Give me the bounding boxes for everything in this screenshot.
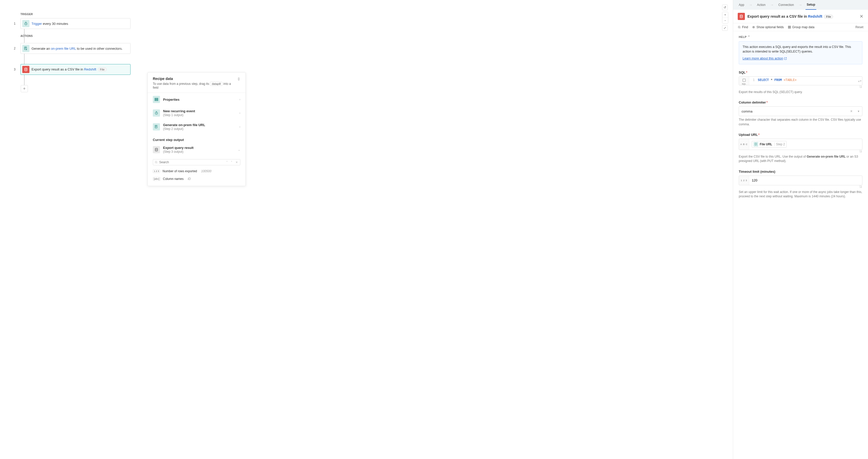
svg-rect-1 (25, 47, 27, 50)
timeout-value[interactable] (752, 178, 860, 182)
chevron-right-icon: → (796, 3, 804, 7)
clear-icon[interactable]: ✕ (848, 107, 855, 116)
clock-icon (153, 109, 160, 117)
step-text: Generate an on-prem file URL to be used … (31, 47, 127, 51)
tab-app[interactable]: App (738, 0, 745, 10)
field-timeout: Timeout limit (minutes) 1 2 3 Set an upp… (739, 170, 862, 199)
field-upload-url: Upload URL* A B C File URL Step 2 (739, 133, 862, 164)
tab-connection[interactable]: Connection (777, 0, 795, 10)
file-badge: File (824, 15, 833, 19)
sql-code[interactable]: SELECT * FROM <TABLE> (754, 77, 858, 85)
number-mode-icon[interactable]: 1 2 3 (739, 176, 749, 185)
search-datapills[interactable]: ˄ ˅ ✕ (153, 159, 240, 165)
reorder-handle-icon[interactable]: ▴▾ (858, 77, 862, 85)
canvas[interactable]: ↺ + − ⤢ TRIGGER 1 Trigger every 30 minut… (0, 0, 733, 459)
resize-handle-icon[interactable] (859, 185, 862, 188)
svg-point-11 (738, 26, 740, 28)
svg-point-12 (753, 27, 754, 28)
sql-input[interactable]: SQL 1 SELECT * FROM <TABLE> ▴▾ (739, 76, 862, 85)
tab-action[interactable]: Action (756, 0, 766, 10)
delimiter-select[interactable]: comma ✕ ▾ (739, 106, 862, 116)
chevron-down-icon: ⌄ (238, 148, 240, 151)
step-text: Export query result as a CSV file in Red… (31, 67, 127, 71)
chevron-up-icon: ˄ (748, 35, 750, 39)
collapse-icon[interactable]: ⇳ (237, 77, 240, 82)
help-toggle[interactable]: HELP ˄ (739, 35, 750, 39)
add-step-button[interactable]: + (21, 85, 28, 92)
chevron-down-icon[interactable]: ▾ (855, 107, 862, 116)
svg-rect-18 (755, 143, 756, 145)
find-button[interactable]: Find (738, 25, 748, 29)
datapill-rows-exported[interactable]: 1 2 3 Number of rows exported 100500 (148, 167, 246, 175)
fit-screen-button[interactable]: ⤢ (722, 25, 728, 31)
step-1[interactable]: 1 Trigger every 30 minutes (14, 18, 130, 29)
timeout-input[interactable]: 1 2 3 (739, 176, 862, 185)
svg-rect-15 (788, 27, 789, 28)
datapill-group-properties[interactable]: Properties › (148, 93, 246, 106)
svg-rect-16 (790, 27, 791, 28)
datapill-group-step2[interactable]: Generate on-prem file URL (Step 2 output… (148, 120, 246, 134)
svg-rect-5 (155, 100, 158, 101)
svg-point-2 (25, 68, 27, 69)
step-2[interactable]: 2 Generate an on-prem file URL to be use… (14, 43, 130, 54)
search-clear-button[interactable]: ✕ (235, 161, 239, 164)
svg-rect-3 (155, 98, 158, 99)
config-panel: App → Action → Connection → Setup Export… (733, 0, 868, 459)
recipe-data-subtitle: To use data from a previous step, drag i… (153, 82, 237, 89)
learn-more-link[interactable]: Learn more about this action (743, 56, 787, 61)
datapill-group-step3[interactable]: Export query result (Step 3 output) ⌄ (148, 143, 246, 156)
step-number: 2 (14, 47, 19, 50)
svg-rect-13 (788, 26, 789, 27)
panel-title: Export query result as a CSV file in Red… (747, 15, 857, 19)
text-mode-icon[interactable]: A B C (739, 139, 749, 150)
chevron-right-icon: › (239, 98, 240, 101)
zoom-in-button[interactable]: + (722, 12, 728, 18)
database-icon (153, 146, 160, 153)
current-step-output-header: Current step output (148, 134, 246, 143)
datapill-group-step1[interactable]: New recurring event (Step 1 output) › (148, 106, 246, 120)
search-input[interactable] (159, 161, 224, 164)
undo-button[interactable]: ↺ (722, 5, 728, 10)
file-url-icon (22, 45, 29, 52)
config-tabs: App → Action → Connection → Setup (733, 0, 868, 10)
clock-icon (22, 20, 29, 27)
svg-rect-14 (790, 26, 791, 27)
step-text: Trigger every 30 minutes (31, 22, 127, 26)
file-url-icon (753, 142, 758, 147)
recipe-data-panel: Recipe data To use data from a previous … (148, 72, 246, 186)
close-icon[interactable]: ✕ (860, 13, 863, 19)
search-next-button[interactable]: ˅ (230, 161, 233, 164)
step-number: 3 (14, 68, 19, 71)
help-box: This action executes a SQL query and exp… (739, 41, 862, 64)
sql-mode-icon[interactable]: SQL (739, 77, 749, 85)
upload-url-input[interactable]: A B C File URL Step 2 (739, 139, 862, 150)
svg-point-9 (155, 161, 157, 163)
database-icon (22, 66, 29, 73)
datapill-column-names[interactable]: [abc] Column names ID (148, 175, 246, 186)
step-number: 1 (14, 22, 19, 25)
search-prev-button[interactable]: ˄ (225, 161, 228, 164)
array-type-icon: [abc] (153, 177, 160, 181)
database-icon (738, 13, 745, 20)
group-map-button[interactable]: Group map data (788, 25, 814, 29)
reset-button[interactable]: Reset (856, 25, 863, 29)
field-sql: SQL* SQL 1 SELECT * FROM <TABLE> ▴▾ (739, 70, 862, 94)
svg-rect-17 (743, 79, 745, 82)
recipe-data-title: Recipe data (153, 77, 237, 81)
tab-setup[interactable]: Setup (806, 0, 816, 10)
file-badge: File (98, 67, 107, 71)
datapill-file-url[interactable]: File URL Step 2 (752, 141, 786, 148)
chevron-right-icon: → (768, 3, 776, 7)
show-optional-button[interactable]: Show optional fields (752, 25, 784, 29)
svg-point-10 (740, 15, 742, 16)
trigger-section-label: TRIGGER (21, 13, 130, 16)
chevron-right-icon: → (747, 3, 754, 7)
chevron-right-icon: › (239, 111, 240, 115)
zoom-out-button[interactable]: − (722, 18, 728, 23)
field-delimiter: Column delimiter* comma ✕ ▾ The delimite… (739, 101, 862, 126)
chevron-right-icon: › (239, 125, 240, 128)
step-3[interactable]: 3 Export query result as a CSV file in R… (14, 64, 130, 75)
file-url-icon (153, 123, 160, 131)
resize-handle-icon[interactable] (859, 85, 862, 88)
resize-handle-icon[interactable] (859, 150, 862, 152)
